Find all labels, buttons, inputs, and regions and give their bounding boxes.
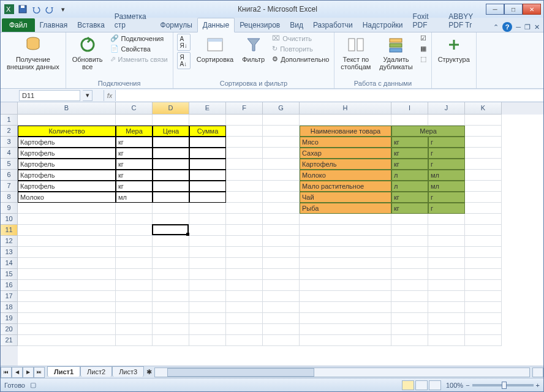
cell-C17[interactable] [116,291,153,302]
column-headers[interactable]: BCDEFGHIJK [18,102,543,115]
cell-B21[interactable] [18,335,116,346]
cell-E7[interactable] [189,181,226,192]
col-header-G[interactable]: G [263,102,300,115]
cell-I18[interactable] [391,302,428,313]
cell-F19[interactable] [226,313,263,324]
sort-desc-button[interactable]: ЯА↓ [177,52,191,69]
sheet-tab-Лист2[interactable]: Лист2 [80,366,112,377]
cell-H2[interactable]: Наименование товара [300,126,391,137]
col-header-K[interactable]: K [465,102,502,115]
col-header-E[interactable]: E [189,102,226,115]
cell-B20[interactable] [18,324,116,335]
cell-G1[interactable] [263,115,300,126]
row-header-5[interactable]: 5 [1,159,18,170]
cell-F12[interactable] [226,236,263,247]
zoom-in-button[interactable]: + [536,382,540,389]
cell-D18[interactable] [153,302,189,313]
row-header-9[interactable]: 9 [1,203,18,214]
cell-G12[interactable] [263,236,300,247]
cell-E16[interactable] [189,280,226,291]
cell-D8[interactable] [153,192,189,203]
cell-E10[interactable] [189,214,226,225]
cell-E4[interactable] [189,148,226,159]
cell-I21[interactable] [391,335,428,346]
cell-H19[interactable] [300,313,391,324]
cell-E18[interactable] [189,302,226,313]
col-header-B[interactable]: B [18,102,116,115]
cell-K7[interactable] [465,181,502,192]
row-header-1[interactable]: 1 [1,115,18,126]
cell-H3[interactable]: Мясо [300,137,391,148]
cell-K16[interactable] [465,280,502,291]
cell-B15[interactable] [18,269,116,280]
redo-icon[interactable] [43,3,56,15]
cell-K5[interactable] [465,159,502,170]
cell-B18[interactable] [18,302,116,313]
select-all-corner[interactable] [1,102,18,115]
cell-H8[interactable]: Чай [300,192,391,203]
tab-foxit[interactable]: Foxit PDF [408,10,444,32]
row-header-16[interactable]: 16 [1,280,18,291]
cell-H17[interactable] [300,291,391,302]
cell-C12[interactable] [116,236,153,247]
cell-B14[interactable] [18,258,116,269]
cell-D3[interactable] [153,137,189,148]
cell-K12[interactable] [465,236,502,247]
col-header-J[interactable]: J [428,102,465,115]
file-tab[interactable]: Файл [2,18,35,32]
cell-E19[interactable] [189,313,226,324]
cell-F15[interactable] [226,269,263,280]
name-box[interactable]: D11 [19,90,80,101]
new-sheet-button[interactable]: ✱ [146,368,152,376]
cell-G3[interactable] [263,137,300,148]
view-pagebreak-button[interactable] [429,380,441,390]
cell-J20[interactable] [428,324,465,335]
cell-J13[interactable] [428,247,465,258]
get-external-data-button[interactable]: Получение внешних данных [4,34,62,72]
cell-I17[interactable] [391,291,428,302]
cell-J21[interactable] [428,335,465,346]
cell-E17[interactable] [189,291,226,302]
cell-G17[interactable] [263,291,300,302]
cell-D17[interactable] [153,291,189,302]
filter-button[interactable]: Фильтр [240,34,267,64]
cell-D20[interactable] [153,324,189,335]
tab-layout[interactable]: Разметка стр [110,10,156,32]
cell-F20[interactable] [226,324,263,335]
worksheet[interactable]: BCDEFGHIJK 12345678910111213141516171819… [1,102,543,366]
cell-K18[interactable] [465,302,502,313]
cell-C3[interactable]: кг [116,137,153,148]
row-header-10[interactable]: 10 [1,214,18,225]
cell-B12[interactable] [18,236,116,247]
cell-K19[interactable] [465,313,502,324]
undo-icon[interactable] [30,3,42,15]
row-header-2[interactable]: 2 [1,126,18,137]
sheet-tab-Лист3[interactable]: Лист3 [112,366,144,377]
zoom-out-button[interactable]: − [466,382,469,389]
col-header-C[interactable]: C [116,102,153,115]
consolidate-button[interactable]: ▦ [419,44,428,53]
cell-K17[interactable] [465,291,502,302]
row-header-6[interactable]: 6 [1,170,18,181]
cell-H4[interactable]: Сахар [300,148,391,159]
refresh-all-button[interactable]: Обновить все [70,34,105,72]
cell-I20[interactable] [391,324,428,335]
cell-C13[interactable] [116,247,153,258]
cell-H15[interactable] [300,269,391,280]
cell-F16[interactable] [226,280,263,291]
cell-B11[interactable] [18,225,116,236]
cell-E3[interactable] [189,137,226,148]
cell-E1[interactable] [189,115,226,126]
cell-E15[interactable] [189,269,226,280]
cell-K3[interactable] [465,137,502,148]
excel-icon[interactable]: X [3,3,15,15]
cell-C16[interactable] [116,280,153,291]
cell-D13[interactable] [153,247,189,258]
cell-E21[interactable] [189,335,226,346]
cell-G8[interactable] [263,192,300,203]
row-header-17[interactable]: 17 [1,291,18,302]
cell-G4[interactable] [263,148,300,159]
row-headers[interactable]: 123456789101112131415161718192021 [1,115,18,366]
cell-B13[interactable] [18,247,116,258]
cell-J16[interactable] [428,280,465,291]
